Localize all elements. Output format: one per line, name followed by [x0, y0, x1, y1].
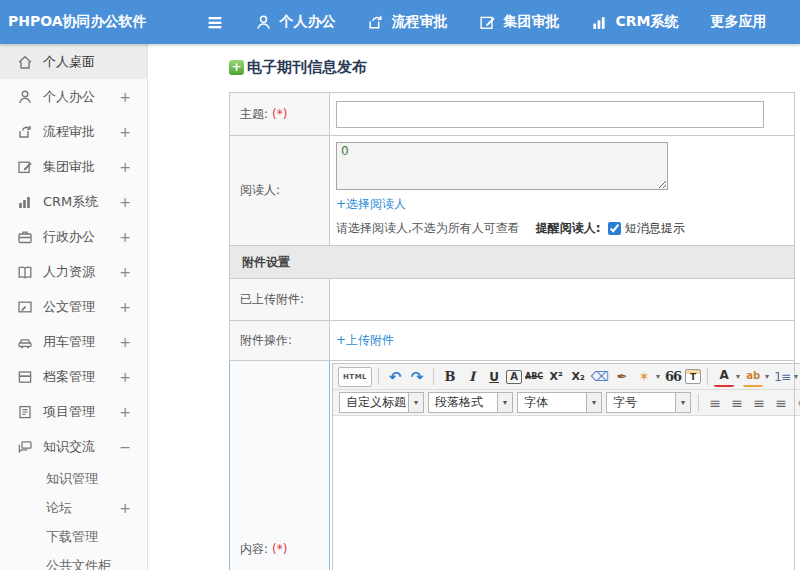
sidebar-item-personal-office[interactable]: 个人办公 +: [0, 79, 147, 114]
expand-toggle[interactable]: +: [119, 500, 131, 516]
sidebar-subitem-public-cabinet[interactable]: 公共文件柜: [0, 551, 147, 570]
chevron-down-icon[interactable]: ▾: [497, 393, 512, 412]
readers-row: 阅读人: 0 +选择阅读人 请选择阅读人,不选为所有人可查看 提醒阅读人: 短消…: [230, 136, 795, 246]
sidebar-item-archive-mgmt[interactable]: 档案管理 +: [0, 359, 147, 394]
sms-notify-label: 短消息提示: [625, 220, 685, 237]
remove-format-icon[interactable]: ⌫: [590, 367, 610, 387]
superscript-icon[interactable]: X²: [546, 367, 566, 387]
sidebar-item-label: 下载管理: [46, 528, 98, 546]
topnav-more-apps[interactable]: 更多应用: [710, 13, 766, 31]
archive-icon: [17, 369, 33, 385]
notebook-icon: [17, 404, 33, 420]
chevron-down-icon[interactable]: ▾: [656, 372, 660, 381]
sidebar-item-project-mgmt[interactable]: 项目管理 +: [0, 394, 147, 429]
align-center-icon[interactable]: ≡: [727, 393, 747, 413]
html-source-button[interactable]: HTML: [338, 367, 372, 387]
expand-toggle[interactable]: +: [119, 89, 131, 105]
home-icon: [17, 54, 33, 70]
insert-link-icon[interactable]: ∞: [793, 393, 800, 413]
expand-toggle[interactable]: +: [119, 334, 131, 350]
readers-textarea[interactable]: 0: [336, 142, 668, 190]
content-value-cell: HTML ↶ ↷ B I U A ABC X² X₂ ⌫ ✒: [330, 361, 795, 570]
attachment-section-row: 附件设置: [230, 246, 795, 279]
sidebar-item-label: 知识交流: [43, 438, 95, 456]
custom-title-combo[interactable]: 自定义标题 ▾: [339, 392, 424, 413]
topnav-crm-system[interactable]: CRM系统: [591, 13, 678, 31]
chevron-down-icon[interactable]: ▾: [675, 393, 690, 412]
chevron-down-icon[interactable]: ▾: [765, 372, 769, 381]
chevron-down-icon[interactable]: ▾: [794, 372, 798, 381]
chevron-down-icon[interactable]: ▾: [736, 372, 740, 381]
char-border-icon[interactable]: A: [506, 370, 522, 384]
topnav-group-approval[interactable]: 集团审批: [479, 13, 559, 31]
font-color-icon[interactable]: A: [714, 367, 734, 387]
sidebar-subitem-knowledge-mgmt[interactable]: 知识管理: [0, 464, 147, 493]
paste-text-icon[interactable]: T: [685, 369, 701, 384]
blockquote-icon[interactable]: 66: [663, 367, 683, 387]
highlight-color-icon[interactable]: ab: [743, 367, 763, 387]
topnav-workflow-approval[interactable]: 流程审批: [367, 13, 447, 31]
sidebar-item-crm-system[interactable]: CRM系统 +: [0, 184, 147, 219]
add-icon: +: [229, 60, 244, 75]
sidebar-item-label: 用车管理: [43, 333, 95, 351]
chevron-down-icon[interactable]: ▾: [408, 393, 423, 412]
align-left-icon[interactable]: ≡: [705, 393, 725, 413]
topnav-personal-office[interactable]: 个人办公: [255, 13, 335, 31]
editor-toolbar-row1: HTML ↶ ↷ B I U A ABC X² X₂ ⌫ ✒: [333, 364, 800, 390]
hamburger-menu-icon[interactable]: ≡: [207, 12, 224, 32]
sidebar-subitem-forum[interactable]: 论坛 +: [0, 493, 147, 522]
expand-toggle[interactable]: +: [119, 299, 131, 315]
readers-label: 阅读人:: [240, 183, 280, 197]
edit-square-icon: [479, 14, 496, 31]
sms-notify-checkbox[interactable]: [608, 222, 621, 235]
subject-label: 主题:: [240, 107, 268, 121]
format-brush-icon[interactable]: ✒: [612, 367, 632, 387]
subscript-icon[interactable]: X₂: [568, 367, 588, 387]
italic-icon[interactable]: I: [462, 367, 482, 387]
font-family-combo[interactable]: 字体 ▾: [517, 392, 602, 413]
redo-icon[interactable]: ↷: [407, 367, 427, 387]
expand-toggle[interactable]: +: [119, 159, 131, 175]
combo-value: 段落格式: [429, 394, 497, 411]
edit-square-icon: [17, 159, 33, 175]
expand-toggle[interactable]: +: [119, 369, 131, 385]
font-size-combo[interactable]: 字号 ▾: [606, 392, 691, 413]
user-icon: [17, 89, 33, 105]
expand-toggle[interactable]: +: [119, 229, 131, 245]
readers-hint-text: 请选择阅读人,不选为所有人可查看: [336, 220, 520, 237]
sidebar-item-group-approval[interactable]: 集团审批 +: [0, 149, 147, 184]
justify-icon[interactable]: ≡: [771, 393, 791, 413]
sidebar-item-personal-desktop[interactable]: 个人桌面: [0, 44, 147, 79]
sidebar-item-admin-office[interactable]: 行政办公 +: [0, 219, 147, 254]
select-readers-link[interactable]: +选择阅读人: [336, 196, 406, 213]
collapse-toggle[interactable]: −: [119, 439, 131, 455]
sidebar-item-knowledge-exchange[interactable]: 知识交流 −: [0, 429, 147, 464]
undo-icon[interactable]: ↶: [385, 367, 405, 387]
subject-row: 主题:(*): [230, 93, 795, 136]
upload-attachment-link[interactable]: +上传附件: [336, 332, 394, 349]
align-right-icon[interactable]: ≡: [749, 393, 769, 413]
sidebar-item-vehicle-mgmt[interactable]: 用车管理 +: [0, 324, 147, 359]
sidebar-item-label: 个人办公: [43, 88, 95, 106]
underline-icon[interactable]: U: [484, 367, 504, 387]
expand-toggle[interactable]: +: [119, 404, 131, 420]
paragraph-format-combo[interactable]: 段落格式 ▾: [428, 392, 513, 413]
strikethrough-icon[interactable]: ABC: [524, 367, 544, 387]
workflow-icon: [17, 124, 33, 140]
sidebar-item-label: 个人桌面: [43, 53, 95, 71]
chevron-down-icon[interactable]: ▾: [586, 393, 601, 412]
sidebar-item-workflow-approval[interactable]: 流程审批 +: [0, 114, 147, 149]
expand-toggle[interactable]: +: [119, 264, 131, 280]
sidebar-item-human-resources[interactable]: 人力资源 +: [0, 254, 147, 289]
sidebar-subitem-download-mgmt[interactable]: 下载管理: [0, 522, 147, 551]
expand-toggle[interactable]: +: [119, 194, 131, 210]
bold-icon[interactable]: B: [440, 367, 460, 387]
ordered-list-icon[interactable]: 1≡: [772, 367, 792, 387]
auto-typeset-icon[interactable]: ✶: [634, 367, 654, 387]
expand-toggle[interactable]: +: [119, 124, 131, 140]
sidebar-item-official-docs[interactable]: 公文管理 +: [0, 289, 147, 324]
attachment-op-label-cell: 附件操作:: [230, 321, 330, 361]
sidebar-item-label: 行政办公: [43, 228, 95, 246]
editor-content-area[interactable]: [333, 416, 800, 570]
subject-input[interactable]: [336, 101, 764, 128]
